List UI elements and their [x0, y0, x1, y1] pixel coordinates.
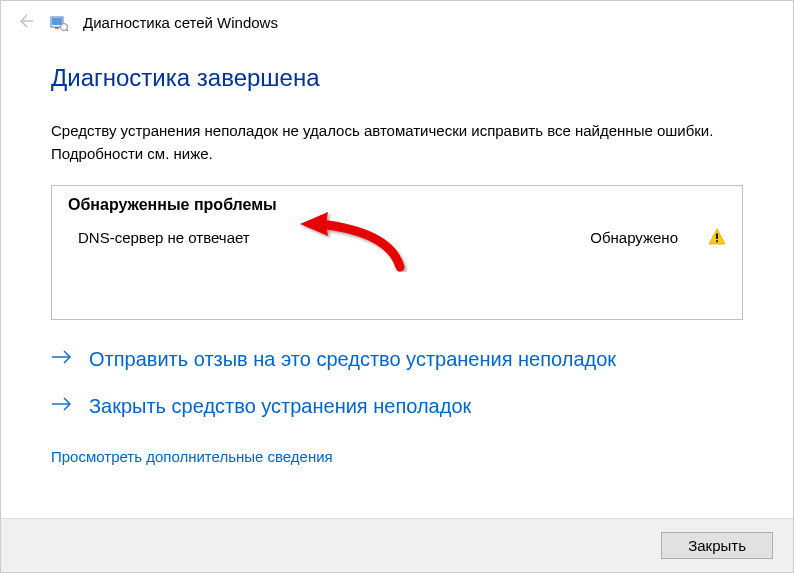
footer-bar: Закрыть: [1, 518, 793, 572]
warning-icon: [708, 228, 726, 246]
problems-box: Обнаруженные проблемы DNS-сервер не отве…: [51, 185, 743, 320]
arrow-right-icon: [51, 395, 73, 418]
svg-rect-2: [52, 18, 62, 25]
svg-rect-8: [716, 240, 718, 242]
problems-header: Обнаруженные проблемы: [68, 196, 726, 214]
titlebar: Диагностика сетей Windows: [1, 1, 793, 44]
feedback-link[interactable]: Отправить отзыв на это средство устранен…: [51, 348, 743, 371]
feedback-link-label: Отправить отзыв на это средство устранен…: [89, 348, 616, 371]
problem-status: Обнаружено: [590, 229, 678, 246]
page-heading: Диагностика завершена: [51, 64, 743, 92]
view-details-link[interactable]: Просмотреть дополнительные сведения: [51, 448, 333, 465]
svg-rect-3: [55, 27, 59, 29]
svg-rect-7: [716, 234, 718, 240]
svg-point-4: [61, 23, 68, 30]
svg-line-5: [67, 29, 69, 31]
description-text: Средству устранения неполадок не удалось…: [51, 120, 743, 165]
network-diagnostics-icon: [49, 13, 69, 33]
close-button[interactable]: Закрыть: [661, 532, 773, 559]
close-troubleshooter-label: Закрыть средство устранения неполадок: [89, 395, 471, 418]
troubleshooter-window: Диагностика сетей Windows Диагностика за…: [0, 0, 794, 573]
content-area: Диагностика завершена Средству устранени…: [1, 44, 793, 518]
close-troubleshooter-link[interactable]: Закрыть средство устранения неполадок: [51, 395, 743, 418]
problem-name: DNS-сервер не отвечает: [68, 229, 590, 246]
back-arrow-icon[interactable]: [15, 11, 35, 34]
problem-row: DNS-сервер не отвечает Обнаружено: [68, 226, 726, 248]
arrow-right-icon: [51, 348, 73, 371]
window-title: Диагностика сетей Windows: [83, 14, 278, 31]
